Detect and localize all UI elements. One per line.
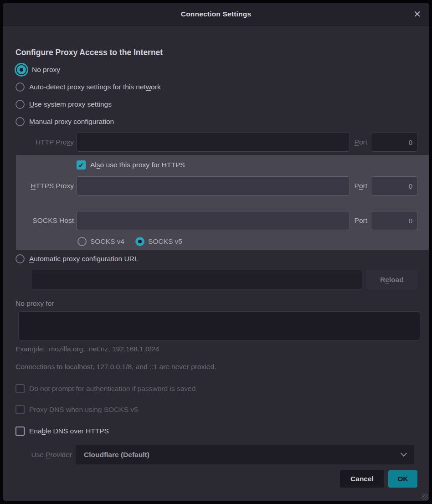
socks-v5-radio-icon[interactable]	[135, 237, 144, 246]
never-proxied-note: Connections to localhost, 127.0.0.1/8, a…	[15, 363, 417, 371]
use-provider-label: Use Provider	[15, 451, 76, 459]
checkbox-label: Also use this proxy for HTTPS	[90, 161, 185, 169]
socks-v5-label[interactable]: SOCKS v5	[148, 237, 182, 246]
provider-dropdown[interactable]: Cloudflare (Default)	[76, 445, 414, 464]
radio-option-auto-url[interactable]: Automatic proxy configuration URL	[15, 254, 417, 264]
https-port-input[interactable]	[371, 176, 417, 195]
checkbox-label: Proxy DNS when using SOCKS v5	[29, 406, 138, 414]
radio-label: Auto-detect proxy settings for this netw…	[29, 83, 161, 91]
socks-version-row: SOCKS v4 SOCKS v5	[77, 237, 429, 247]
socks-port-input[interactable]	[371, 211, 417, 230]
radio-label: Automatic proxy configuration URL	[29, 255, 139, 263]
auto-url-row: Reload	[31, 270, 417, 289]
dialog-footer: Cancel OK	[3, 470, 417, 488]
radio-option-manual-proxy[interactable]: Manual proxy configuration	[15, 116, 417, 128]
cancel-button[interactable]: Cancel	[340, 470, 384, 488]
socks-v4-label[interactable]: SOCKS v4	[90, 237, 124, 246]
dialog-content: Configure Proxy Access to the Internet N…	[3, 48, 429, 488]
checkbox-icon	[15, 427, 25, 436]
auto-proxy-url-input[interactable]	[31, 270, 362, 289]
radio-selected-icon	[17, 65, 26, 74]
http-port-label: Port	[350, 138, 371, 146]
radio-icon	[15, 117, 25, 126]
socks-port-label: Port	[350, 216, 371, 225]
checkbox-no-prompt-auth: Do not prompt for authentication if pass…	[15, 384, 417, 394]
https-proxy-label: HTTPS Proxy	[16, 182, 77, 190]
example-text: Example: .mozilla.org, .net.nz, 192.168.…	[15, 345, 417, 353]
page-title: Configure Proxy Access to the Internet	[15, 48, 417, 57]
radio-icon	[15, 82, 25, 92]
checkmark-icon: ✓	[78, 162, 84, 169]
dialog-title: Connection Settings	[181, 10, 252, 18]
radio-option-system-proxy[interactable]: Use system proxy settings	[15, 98, 417, 110]
radio-label: No proxy	[32, 66, 60, 74]
radio-option-no-proxy[interactable]: No proxy	[15, 64, 417, 76]
ok-button[interactable]: OK	[388, 470, 417, 488]
connection-settings-dialog: Connection Settings ✕ Configure Proxy Ac…	[3, 3, 429, 501]
radio-label: Manual proxy configuration	[29, 118, 114, 126]
radio-label: Use system proxy settings	[29, 100, 112, 108]
reload-button[interactable]: Reload	[366, 270, 417, 289]
socks-host-label: SOCKS Host	[16, 216, 77, 225]
checkbox-icon	[15, 384, 25, 393]
checked-checkbox-icon: ✓	[77, 160, 86, 170]
close-icon[interactable]: ✕	[413, 10, 421, 19]
no-proxy-for-label: No proxy for	[15, 299, 417, 308]
radio-icon	[15, 100, 25, 109]
dialog-titlebar: Connection Settings ✕	[3, 3, 429, 26]
radio-option-auto-detect[interactable]: Auto-detect proxy settings for this netw…	[15, 81, 417, 93]
no-proxy-for-textarea[interactable]	[18, 311, 420, 340]
checkbox-label: Enable DNS over HTTPS	[29, 427, 109, 435]
checkbox-icon	[15, 405, 25, 414]
https-proxy-input[interactable]	[77, 176, 350, 195]
also-use-https-checkbox-row[interactable]: ✓ Also use this proxy for HTTPS	[77, 159, 429, 170]
provider-row: Use Provider Cloudflare (Default)	[15, 445, 429, 464]
https-port-label: Port	[350, 182, 371, 190]
checkbox-proxy-dns-socks5: Proxy DNS when using SOCKS v5	[15, 405, 417, 415]
radio-icon	[15, 254, 25, 263]
chevron-down-icon	[401, 450, 407, 457]
socks-v4-radio-icon[interactable]	[77, 237, 87, 246]
checkbox-label: Do not prompt for authentication if pass…	[29, 385, 195, 393]
http-proxy-label: HTTP Proxy	[15, 138, 77, 146]
checkbox-enable-doh[interactable]: Enable DNS over HTTPS	[15, 426, 417, 436]
socks-host-row: SOCKS Host Port	[16, 211, 429, 230]
https-proxy-row: HTTPS Proxy Port	[16, 176, 429, 195]
http-proxy-input[interactable]	[77, 133, 350, 152]
http-port-input[interactable]	[371, 133, 417, 152]
resize-grip[interactable]	[422, 494, 428, 500]
socks-host-input[interactable]	[77, 211, 350, 230]
provider-dropdown-value: Cloudflare (Default)	[84, 451, 149, 459]
highlighted-section: ✓ Also use this proxy for HTTPS HTTPS Pr…	[16, 155, 429, 250]
http-proxy-row: HTTP Proxy Port	[15, 133, 429, 152]
